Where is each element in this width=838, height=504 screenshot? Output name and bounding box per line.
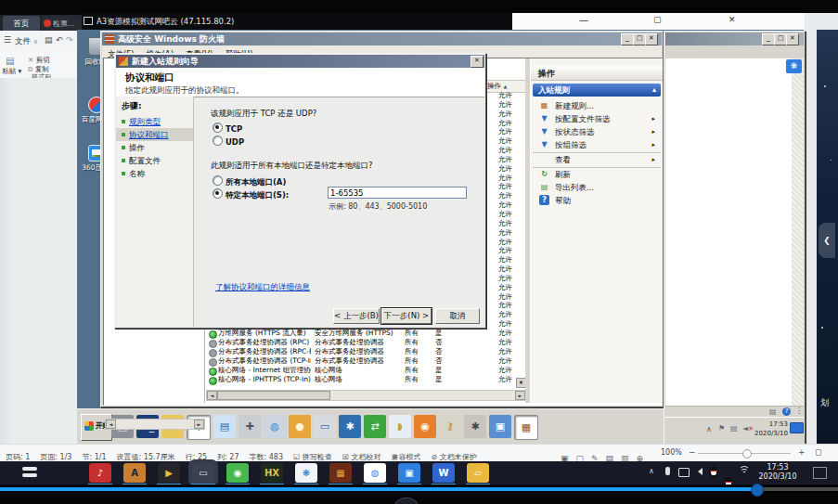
taskbar-app-icon[interactable]: ▱ — [467, 463, 489, 483]
zoom-slider[interactable] — [698, 453, 791, 454]
paste-button[interactable]: 粘贴 ▾ — [2, 67, 26, 76]
player-center-control[interactable] — [393, 498, 419, 504]
minimize-button[interactable]: _ — [762, 33, 775, 45]
scroll-thumb[interactable] — [217, 391, 330, 400]
save-icon[interactable]: ▤ — [45, 35, 53, 45]
taskbar-app-icon[interactable]: ▶ — [158, 463, 180, 483]
taskbar-app-icon[interactable]: ⚷ — [439, 415, 461, 438]
corner-app-icon[interactable]: ❋ — [786, 59, 802, 73]
taskbar-app-icon[interactable]: ▦ — [514, 415, 538, 440]
monitor-icon[interactable] — [790, 422, 804, 433]
action-column-header[interactable]: 操作 ▲ — [487, 82, 515, 91]
fit-page-button[interactable]: ◻ — [815, 447, 821, 457]
table-row[interactable]: 万维网服务 (HTTPS 流入量) 安全万维网服务 (HTTPS) 所有 是 允… — [205, 329, 525, 338]
wizard-step[interactable]: 名称 — [116, 167, 193, 180]
taskbar-app-icon[interactable]: ✱ — [339, 415, 361, 438]
taskbar-app-icon[interactable]: HX — [261, 463, 283, 483]
collapse-icon[interactable]: ▴ — [652, 84, 656, 97]
action-cell[interactable]: 允许 — [487, 319, 521, 329]
action-menu-item[interactable]: ▤ 导出列表... ▸ — [533, 181, 661, 194]
wifi-icon[interactable] — [739, 466, 750, 477]
tab-document[interactable]: 检票… — [42, 16, 82, 31]
zoom-level[interactable]: 100% — [661, 448, 685, 457]
action-cell[interactable]: 允许 — [487, 283, 521, 292]
paste-icon[interactable]: ▤ — [6, 56, 14, 66]
action-cell[interactable]: 允许 — [487, 182, 521, 191]
close-button[interactable]: ✕ — [645, 33, 658, 45]
action-menu-item[interactable]: ? 帮助 ▸ — [533, 194, 661, 207]
list-hscrollbar[interactable]: ◄ ► — [206, 390, 526, 401]
network-icon[interactable]: ▤ — [730, 424, 738, 433]
taskbar-app-icon[interactable]: ▤ — [213, 415, 236, 438]
tray-clock-time[interactable]: 17:53 — [759, 463, 796, 472]
taskbar-app-icon[interactable]: A — [123, 463, 146, 483]
protocol-option[interactable]: TCP — [213, 123, 398, 136]
action-menu-item[interactable]: 查看 ▸ — [533, 152, 661, 166]
minimize-button[interactable]: _ — [621, 33, 634, 45]
cut-button[interactable]: ✕ 剪切 — [28, 56, 74, 65]
help-icon[interactable]: ? — [782, 407, 791, 416]
firewall-titlebar[interactable]: 高级安全 Windows 防火墙 _ ▢ ✕ — [102, 32, 662, 45]
scroll-left-arrow[interactable]: ◄ — [207, 391, 217, 400]
learn-more-link[interactable]: 了解协议和端口的详细信息 — [215, 282, 401, 293]
action-cell[interactable]: 允许 — [487, 91, 521, 100]
action-cell[interactable]: 允许 — [487, 100, 521, 110]
minimize-button[interactable]: — — [579, 15, 588, 25]
action-cell[interactable]: 允许 — [487, 191, 521, 200]
tablet-icon[interactable] — [678, 468, 690, 477]
action-menu-item[interactable]: ↻ 刷新 ▸ — [533, 167, 661, 181]
action-cell[interactable]: 允许 — [487, 119, 521, 128]
taskbar-app-icon[interactable]: ● — [289, 415, 311, 438]
redo-icon[interactable]: ↷ — [66, 35, 73, 45]
tray-clock-time[interactable]: 17:53 — [758, 420, 788, 428]
maximize-button[interactable]: ▢ — [653, 15, 662, 24]
taskbar-app-icon[interactable]: ✚ — [239, 415, 261, 438]
action-cell[interactable]: 允许 — [487, 200, 521, 210]
microphone-icon[interactable] — [665, 467, 670, 475]
action-menu-item[interactable]: ▼ 按状态筛选 ▸ — [533, 125, 661, 138]
action-cell[interactable]: 允许 — [487, 136, 521, 146]
show-desktop-button[interactable] — [813, 467, 827, 479]
action-cell[interactable]: 允许 — [487, 255, 521, 265]
secondary-window-titlebar[interactable]: _ ▢ ✕ — [665, 32, 804, 45]
back-button[interactable]: < 上一步(B) — [333, 308, 380, 324]
radio-icon[interactable] — [213, 136, 223, 146]
taskbar-app-icon[interactable]: W — [432, 463, 455, 483]
action-cell[interactable]: 允许 — [487, 210, 521, 219]
action-cell[interactable]: 允许 — [487, 274, 521, 283]
protocol-option[interactable]: UDP — [213, 136, 398, 149]
action-menu-item[interactable]: ▼ 按组筛选 ▸ — [533, 138, 661, 151]
action-cell[interactable]: 允许 — [487, 246, 521, 255]
tray-clock-date[interactable]: 2020/3/10 — [751, 430, 788, 437]
sidebar-collapse-handle[interactable]: ❮ — [819, 223, 835, 258]
secondary-content[interactable] — [665, 58, 792, 406]
wizard-step[interactable]: 规则类型 — [116, 115, 193, 128]
zoom-in-button[interactable]: + — [798, 447, 806, 457]
action-cell[interactable]: 允许 — [487, 228, 521, 238]
ports-input[interactable] — [328, 187, 467, 199]
action-cell[interactable]: 允许 — [487, 238, 521, 247]
taskbar-app-icon[interactable]: ▭ — [192, 463, 214, 483]
file-menu[interactable]: 文件 ∨ — [15, 36, 38, 47]
maximize-button[interactable]: ▢ — [774, 33, 787, 45]
scroll-right-arrow[interactable]: ► — [515, 391, 525, 400]
taskbar-app-icon[interactable]: ◉ — [414, 415, 436, 438]
wizard-step[interactable]: 操作 — [116, 141, 193, 154]
action-cell[interactable]: 允许 — [487, 292, 521, 302]
table-row[interactable]: 分布式事务处理协调器 (TCP-In) 分布式事务处理协调器 所有 否 允许 — [205, 356, 525, 366]
secondary-scrollbar[interactable] — [792, 58, 804, 406]
taskbar-app-icon[interactable]: ▭ — [314, 415, 336, 438]
tree-hscrollbar[interactable]: ◄ ► — [105, 419, 205, 430]
zoom-slider-knob[interactable] — [742, 449, 752, 459]
radio-icon[interactable] — [213, 123, 223, 133]
action-cell[interactable]: 允许 — [487, 310, 521, 319]
action-cell[interactable]: 允许 — [487, 164, 521, 174]
action-cell[interactable]: 允许 — [487, 146, 521, 155]
menu-icon[interactable]: ☰ — [4, 35, 11, 45]
wizard-step[interactable]: 配置文件 — [116, 154, 193, 167]
chevron-up-icon[interactable]: ∧ — [706, 425, 712, 433]
radio-icon[interactable] — [213, 188, 223, 199]
taskbar-app-icon[interactable]: ♪ — [89, 463, 111, 483]
zoom-out-button[interactable]: − — [689, 447, 696, 457]
action-cell[interactable]: 允许 — [487, 127, 521, 136]
